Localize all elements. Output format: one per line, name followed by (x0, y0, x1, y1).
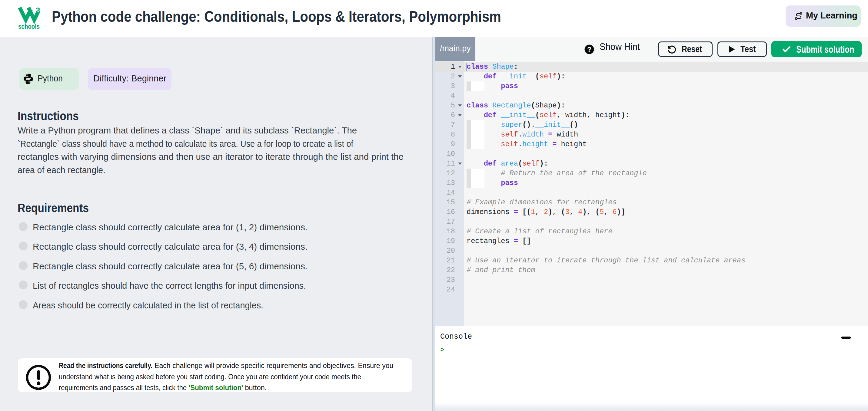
svg-text:3: 3 (36, 6, 40, 15)
svg-text:schools: schools (18, 23, 40, 30)
svg-text:?: ? (587, 46, 591, 54)
